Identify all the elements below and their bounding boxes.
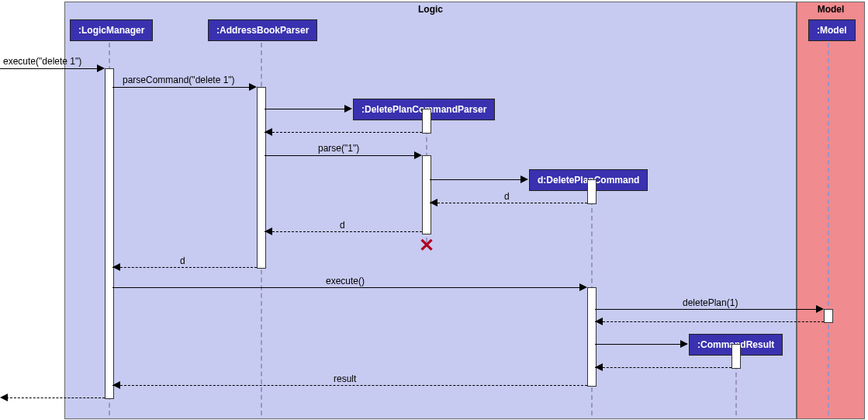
msg-return-d-1: [430, 203, 587, 203]
msg-delete-plan: [595, 309, 819, 310]
destroy-icon: ✕: [419, 236, 434, 255]
lifeline-logic-manager: :LogicManager: [70, 19, 153, 41]
arrow-icon: [265, 227, 272, 235]
activation-dpc-2: [587, 287, 597, 387]
arrow-icon: [520, 175, 528, 183]
activation-command-result: [731, 344, 741, 369]
msg-create-dpc: [430, 179, 523, 180]
arrow-icon: [112, 381, 120, 389]
arrow-icon: [344, 105, 352, 113]
arrow-icon: [97, 64, 105, 72]
region-model: Model: [797, 2, 865, 419]
activation-dpc-1: [587, 179, 597, 204]
arrow-icon: [112, 263, 120, 271]
sequence-diagram: Logic Model :LogicManager :AddressBookPa…: [0, 0, 868, 420]
activation-dpcp-1: [422, 109, 431, 134]
activation-address-book-parser: [257, 87, 266, 269]
arrow-icon: [595, 363, 603, 371]
arrow-icon: [249, 83, 257, 91]
msg-return-command-result: [595, 367, 731, 368]
arrow-icon: [579, 283, 587, 291]
msg-parse-1: [265, 155, 417, 156]
arrow-icon: [816, 305, 824, 313]
activation-dpcp-2: [422, 155, 431, 234]
msg-return-d-2: [265, 231, 422, 232]
activation-model: [824, 309, 833, 323]
msg-label-parse-command: parseCommand("delete 1"): [123, 75, 235, 85]
lifeline-line-model: [828, 43, 829, 415]
msg-label-d-1: d: [504, 191, 510, 202]
region-label-logic: Logic: [417, 2, 444, 16]
msg-result: [112, 385, 587, 386]
activation-logic-manager: [105, 68, 114, 399]
arrow-icon: [595, 318, 603, 325]
msg-return-model: [595, 321, 824, 322]
msg-label-delete-plan: deletePlan(1): [683, 297, 738, 308]
arrow-icon: [265, 128, 272, 136]
region-label-model: Model: [816, 2, 846, 16]
arrow-icon: [0, 394, 8, 401]
arrow-icon: [680, 340, 688, 348]
msg-return-external: [6, 397, 105, 398]
lifeline-model: :Model: [808, 19, 856, 41]
msg-label-parse-1: parse("1"): [318, 143, 359, 154]
msg-label-d-3: d: [180, 255, 185, 266]
msg-return-dpcp-create: [265, 132, 422, 133]
arrow-icon: [414, 151, 422, 159]
msg-label-result: result: [334, 373, 356, 384]
msg-create-command-result: [595, 344, 683, 345]
arrow-icon: [430, 199, 437, 207]
msg-execute-delete1: [0, 68, 99, 69]
msg-execute: [112, 287, 583, 288]
msg-label-d-2: d: [340, 220, 345, 231]
msg-create-dpcp: [265, 109, 347, 109]
msg-label-execute-delete1: execute("delete 1"): [3, 56, 81, 67]
msg-label-execute: execute(): [326, 276, 365, 286]
msg-parse-command: [112, 87, 252, 88]
lifeline-address-book-parser: :AddressBookParser: [208, 19, 317, 41]
msg-return-d-3: [112, 267, 257, 268]
